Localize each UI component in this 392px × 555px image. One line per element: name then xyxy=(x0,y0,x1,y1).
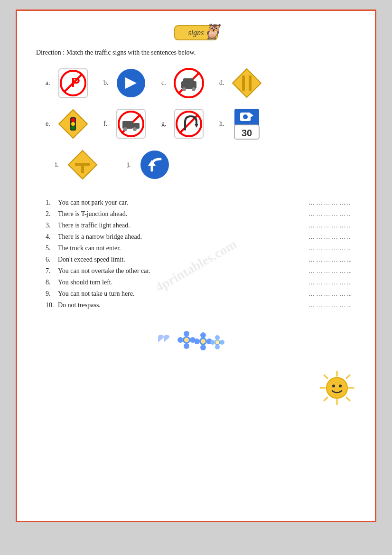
svg-point-26 xyxy=(133,127,137,131)
sign-d-box xyxy=(231,67,263,99)
sign-g: g. xyxy=(161,108,205,140)
sign-b-box xyxy=(115,67,147,99)
sentence-5: 5. The truck can not enter. … … … … … .. xyxy=(46,245,356,252)
sign-c-box xyxy=(173,67,205,99)
sentence-8-dots: … … … … … .. xyxy=(299,279,356,286)
sentence-3-dots: … … … … … .. xyxy=(299,222,356,229)
svg-point-51 xyxy=(332,385,335,387)
svg-point-17 xyxy=(71,118,75,122)
sentence-8-text: You should turn left. xyxy=(58,279,299,286)
signs-row-3: i. j. xyxy=(46,149,171,181)
sign-g-label: g. xyxy=(161,120,169,128)
sign-c-label: c. xyxy=(161,79,169,87)
signs-row-2: e. f. xyxy=(46,108,263,140)
sign-a: a. P xyxy=(46,67,89,99)
sign-f-box xyxy=(115,108,147,140)
svg-rect-23 xyxy=(122,121,133,129)
direction-text: Direction : Match the traffic signs with… xyxy=(36,49,356,56)
svg-text:P: P xyxy=(71,75,80,90)
sign-j-box xyxy=(139,149,171,181)
svg-point-18 xyxy=(71,122,75,126)
sign-f: f. xyxy=(103,108,147,140)
title-banner: signs 🦉 xyxy=(174,25,218,40)
sentence-6: 6. Don't exceed speed limit. … … … … … .… xyxy=(46,256,356,263)
sentence-3: 3. There is traffic light ahead. … … … …… xyxy=(46,222,356,229)
sign-d: d. xyxy=(219,67,263,99)
worksheet-title: signs xyxy=(188,28,204,37)
sentence-9: 9. You can not take u turn here. … … … …… xyxy=(46,290,356,298)
sign-a-box: P xyxy=(57,67,89,99)
svg-point-56 xyxy=(177,337,183,343)
sentence-2-text: There is T-junction ahead. xyxy=(58,210,299,218)
sentence-10: 10. Do not trespass. … … … … … ... xyxy=(46,301,356,309)
svg-point-52 xyxy=(339,385,342,387)
sentence-5-dots: … … … … … .. xyxy=(299,245,356,252)
sentence-9-dots: … … … … … ... xyxy=(299,290,356,298)
sentence-2: 2. There is T-junction ahead. … … … … … … xyxy=(46,210,356,218)
sentence-4-text: There is a narrow bridge ahead. xyxy=(58,233,299,241)
owl-icon: 🦉 xyxy=(203,22,222,40)
sentence-10-num: 10. xyxy=(46,301,58,309)
svg-rect-13 xyxy=(242,75,245,91)
svg-point-60 xyxy=(200,332,206,338)
sentence-8-num: 8. xyxy=(46,279,58,286)
worksheet-page: 4printables.com signs 🦉 Direction : Matc… xyxy=(16,9,376,522)
svg-line-47 xyxy=(346,397,350,401)
sign-b-label: b. xyxy=(103,79,111,87)
signs-row-1: a. P b. xyxy=(46,67,263,99)
sentence-2-num: 2. xyxy=(46,210,58,218)
signs-grid: a. P b. xyxy=(36,67,356,189)
svg-point-58 xyxy=(184,338,189,342)
svg-point-66 xyxy=(215,335,220,340)
sentence-10-dots: … … … … … ... xyxy=(299,301,356,309)
sign-j-label: j. xyxy=(127,161,135,169)
svg-point-10 xyxy=(182,87,186,91)
sign-i-label: i. xyxy=(55,161,63,169)
sign-d-label: d. xyxy=(219,79,227,87)
sign-h-label: h. xyxy=(219,120,227,128)
sentence-6-text: Don't exceed speed limit. xyxy=(58,256,299,263)
sentence-7: 7. You can not overtake the other car. …… xyxy=(46,267,356,275)
svg-point-70 xyxy=(215,340,219,344)
sentence-6-num: 6. xyxy=(46,256,58,263)
sentence-6-dots: … … … … … ... xyxy=(299,256,356,263)
sign-i: i. xyxy=(55,149,99,181)
sun-decoration xyxy=(318,369,356,407)
sentences-section: 1. You can not park your car. … … … … … … xyxy=(36,199,356,309)
svg-point-69 xyxy=(220,340,224,345)
sentence-4-num: 4. xyxy=(46,233,58,241)
sign-b: b. xyxy=(103,67,147,99)
svg-point-64 xyxy=(201,339,205,344)
svg-point-67 xyxy=(215,345,220,349)
svg-point-50 xyxy=(327,377,347,398)
sentence-1-dots: … … … … … .. xyxy=(299,199,356,207)
sign-f-label: f. xyxy=(103,120,111,128)
flowers-decoration xyxy=(36,328,356,352)
svg-rect-14 xyxy=(249,75,252,91)
sentence-1-num: 1. xyxy=(46,199,58,207)
svg-line-46 xyxy=(324,375,327,378)
svg-point-19 xyxy=(71,126,75,130)
svg-point-11 xyxy=(192,87,196,91)
sign-h: h. 30 xyxy=(219,108,263,140)
sentence-5-text: The truck can not enter. xyxy=(58,245,299,252)
sentence-9-text: You can not take u turn here. xyxy=(58,290,299,298)
svg-point-68 xyxy=(210,340,215,345)
sentence-7-text: You can not overtake the other car. xyxy=(58,267,299,275)
sentence-4: 4. There is a narrow bridge ahead. … … …… xyxy=(46,233,356,241)
svg-rect-39 xyxy=(81,166,84,173)
sign-e-label: e. xyxy=(46,120,53,128)
sentence-9-num: 9. xyxy=(46,290,58,298)
svg-line-48 xyxy=(346,375,350,378)
sentence-5-num: 5. xyxy=(46,245,58,252)
sentence-2-dots: … … … … … .. xyxy=(299,210,356,218)
svg-marker-12 xyxy=(233,69,261,97)
sentence-7-num: 7. xyxy=(46,267,58,275)
sentence-7-dots: … … … … … ... xyxy=(299,267,356,275)
sign-e-box xyxy=(57,108,89,140)
sign-g-box xyxy=(173,108,205,140)
sentence-1-text: You can not park your car. xyxy=(58,199,299,207)
svg-point-25 xyxy=(123,127,127,131)
sign-j: j. xyxy=(127,149,171,181)
sign-a-label: a. xyxy=(46,79,53,87)
